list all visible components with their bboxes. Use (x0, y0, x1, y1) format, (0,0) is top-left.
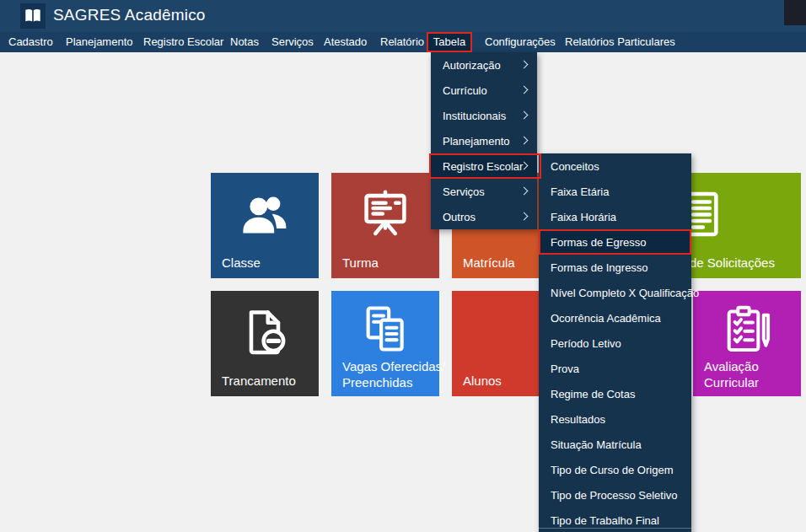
registro-escolar-submenu: Conceitos Faixa Etária Faixa Horária For… (539, 153, 691, 532)
chevron-right-icon (520, 111, 529, 120)
tile-label: Turma (342, 255, 379, 271)
clipboard-check-pen-icon (720, 304, 774, 357)
people-icon (238, 187, 292, 241)
tile-vagas-oferecidas-preenchidas[interactable]: Vagas Oferecidas/Preenchidas (331, 291, 439, 396)
tile-label: Matrícula (463, 255, 515, 271)
tile-label: de Solicitações (690, 255, 775, 271)
presentation-icon (358, 187, 412, 241)
submenu-item-prova[interactable]: Prova (539, 356, 691, 381)
submenu-item-formas-de-ingresso[interactable]: Formas de Ingresso (539, 255, 691, 280)
menubar-item-servicos[interactable]: Serviços (271, 32, 314, 52)
submenu-divider (539, 528, 691, 529)
menu-item-servicos[interactable]: Serviços (431, 179, 537, 204)
menubar-item-configuracoes[interactable]: Configurações (485, 32, 556, 52)
tabela-dropdown-menu: Autorização Currículo Institucionais Pla… (431, 52, 537, 229)
submenu-item-ocorrencia-academica[interactable]: Ocorrência Acadêmica (539, 305, 691, 330)
copy-documents-icon (358, 303, 412, 357)
submenu-item-nivel-completo-x-qualificacao[interactable]: Nível Completo X Qualificação (539, 280, 691, 305)
main-menubar: Cadastro Planejamento Registro Escolar N… (0, 32, 806, 52)
submenu-item-tipo-de-processo-seletivo[interactable]: Tipo de Processo Seletivo (539, 482, 691, 508)
submenu-item-conceitos[interactable]: Conceitos (539, 153, 691, 179)
app-header: SAGRES Acadêmico (0, 0, 806, 32)
tile-avaliacao-curricular[interactable]: AvaliaçãoCurricular (693, 291, 801, 396)
app-logo (20, 3, 46, 29)
app-window: Classe Turma Matrícula (0, 0, 806, 532)
menubar-item-atestado[interactable]: Atestado (324, 32, 367, 52)
menubar-item-relatorio[interactable]: Relatório (380, 32, 424, 52)
submenu-item-faixa-etaria[interactable]: Faixa Etária (539, 179, 691, 204)
tile-classe[interactable]: Classe (211, 173, 319, 278)
top-right-corner-panel[interactable] (784, 0, 806, 25)
menubar-item-registro-escolar[interactable]: Registro Escolar (143, 32, 223, 52)
tile-label: Vagas Oferecidas/Preenchidas (342, 358, 445, 390)
submenu-item-resultados[interactable]: Resultados (539, 406, 691, 432)
submenu-item-tipo-de-curso-de-origem[interactable]: Tipo de Curso de Origem (539, 457, 691, 482)
menubar-item-cadastro[interactable]: Cadastro (8, 32, 53, 52)
submenu-item-regime-de-cotas[interactable]: Regime de Cotas (539, 381, 691, 406)
menubar-item-notas[interactable]: Notas (230, 32, 259, 52)
menubar-item-planejamento[interactable]: Planejamento (66, 32, 133, 52)
menu-item-planejamento[interactable]: Planejamento (431, 128, 537, 153)
submenu-item-periodo-letivo[interactable]: Período Letivo (539, 330, 691, 356)
tile-label: AvaliaçãoCurricular (704, 358, 759, 390)
menubar-item-relatorios-particulares[interactable]: Relatórios Particulares (565, 32, 675, 52)
chevron-right-icon (520, 137, 529, 145)
app-title: SAGRES Acadêmico (53, 6, 206, 24)
tile-turma[interactable]: Turma (331, 173, 439, 278)
menu-item-institucionais[interactable]: Institucionais (431, 103, 537, 128)
submenu-item-situacao-matricula[interactable]: Situação Matrícula (539, 432, 691, 457)
tile-trancamento[interactable]: Trancamento (211, 291, 319, 396)
file-minus-icon (238, 305, 292, 359)
menu-item-curriculo[interactable]: Currículo (431, 78, 537, 103)
menu-item-autorizacao[interactable]: Autorização (431, 52, 537, 78)
menubar-item-tabela[interactable]: Tabela (427, 32, 472, 52)
submenu-item-formas-de-egresso[interactable]: Formas de Egresso (539, 229, 691, 255)
menu-item-registro-escolar[interactable]: Registro Escolar (431, 153, 537, 179)
chevron-right-icon (520, 187, 529, 196)
tile-label: Alunos (463, 373, 502, 389)
open-book-icon (24, 7, 42, 25)
chevron-right-icon (520, 212, 529, 221)
tile-label: Classe (222, 255, 261, 271)
chevron-right-icon (520, 61, 529, 69)
menu-item-outros[interactable]: Outros (431, 204, 537, 229)
chevron-right-icon (520, 86, 529, 94)
tile-label: Trancamento (222, 373, 296, 389)
submenu-item-faixa-horaria[interactable]: Faixa Horária (539, 204, 691, 229)
